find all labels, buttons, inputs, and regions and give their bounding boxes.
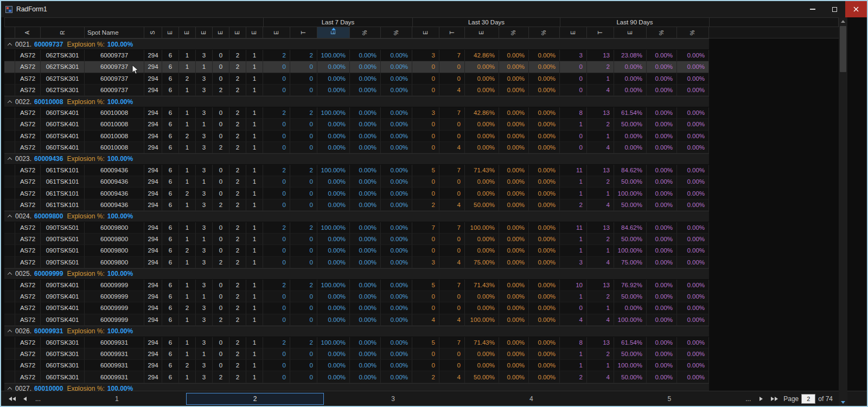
cell[interactable]: 0.00%	[677, 280, 709, 291]
cell[interactable]: 6	[162, 222, 179, 234]
cell[interactable]: 0.00%	[499, 302, 529, 314]
cell[interactable]: 0.00%	[381, 119, 412, 130]
cell[interactable]: 060TSK401	[41, 119, 85, 130]
cell[interactable]: 294	[144, 302, 162, 314]
cell[interactable]: 0	[290, 85, 317, 96]
cell[interactable]: 294	[144, 234, 162, 245]
group-expander[interactable]	[4, 387, 15, 390]
cell[interactable]: 2	[213, 371, 229, 383]
cell[interactable]: 2	[290, 107, 317, 119]
cell[interactable]: 2	[229, 337, 246, 348]
data-row[interactable]: AS72090TSK40160009999294613221000.00%0.0…	[4, 314, 709, 326]
cell[interactable]: 090TSK501	[41, 257, 85, 268]
column-header[interactable]: E	[179, 27, 196, 38]
scrollbar-track[interactable]	[839, 25, 847, 398]
cell[interactable]: 294	[144, 73, 162, 85]
cell[interactable]: 2	[587, 61, 614, 73]
cell[interactable]: 0.00%	[350, 280, 381, 291]
cell[interactable]: 061TSK101	[41, 188, 85, 199]
cell[interactable]: 294	[144, 188, 162, 199]
data-row[interactable]: AS72060TSK40160010008294613221000.00%0.0…	[4, 142, 709, 153]
data-row[interactable]: AS72060TSK3016000993129461302122100.00%0…	[4, 337, 709, 348]
cell[interactable]: 0.00%	[350, 119, 381, 130]
cell[interactable]: 0.00%	[529, 119, 560, 130]
cell[interactable]: 0.00%	[677, 371, 709, 383]
cell[interactable]: 0.00%	[381, 85, 412, 96]
cell[interactable]: 1	[560, 291, 587, 302]
cell[interactable]: 50.00%	[465, 199, 499, 211]
cell[interactable]: 0.00%	[529, 131, 560, 142]
cell[interactable]: 0.00%	[350, 50, 381, 61]
cell[interactable]: 3	[412, 50, 439, 61]
cell[interactable]: 2	[229, 176, 246, 188]
cell[interactable]: 294	[144, 119, 162, 130]
cell[interactable]: 6	[162, 280, 179, 291]
cell[interactable]: 60009436	[85, 176, 144, 188]
cell[interactable]: 0.00%	[317, 176, 350, 188]
cell[interactable]: AS72	[15, 176, 41, 188]
cell[interactable]: 75.00%	[614, 257, 647, 268]
cell[interactable]: 5	[412, 280, 439, 291]
cell[interactable]: 0.00%	[529, 222, 560, 234]
cell[interactable]: 10	[560, 280, 587, 291]
cell[interactable]: 13	[587, 337, 614, 348]
cell[interactable]: 1	[179, 165, 196, 176]
cell[interactable]: 2	[229, 85, 246, 96]
cell[interactable]: 0.00%	[317, 302, 350, 314]
cell[interactable]: 0.00%	[677, 199, 709, 211]
cell[interactable]: 0	[412, 85, 439, 96]
cell[interactable]: 8	[560, 337, 587, 348]
cell[interactable]: 0.00%	[499, 314, 529, 326]
cell[interactable]: 0.00%	[677, 131, 709, 142]
cell[interactable]: 0.00%	[350, 142, 381, 153]
cell[interactable]: AS72	[15, 73, 41, 85]
cell[interactable]: 0.00%	[381, 176, 412, 188]
cell[interactable]: 0	[213, 360, 229, 371]
cell[interactable]: 0.00%	[317, 73, 350, 85]
cell[interactable]: 1	[246, 314, 263, 326]
cell[interactable]: 0	[412, 119, 439, 130]
cell[interactable]: 0.00%	[465, 85, 499, 96]
cell[interactable]: 0.00%	[677, 314, 709, 326]
cell[interactable]: 3	[196, 142, 213, 153]
column-header[interactable]: E	[614, 27, 647, 38]
cell[interactable]: 1	[246, 142, 263, 153]
cell[interactable]: 0.00%	[317, 61, 350, 73]
data-row[interactable]: AS72062TSK30160009737294613221000.00%0.0…	[4, 85, 709, 96]
cell[interactable]: 0	[263, 61, 290, 73]
cell[interactable]: 0	[412, 302, 439, 314]
cell[interactable]: 0.00%	[350, 165, 381, 176]
cell[interactable]: 0.00%	[647, 73, 677, 85]
cell[interactable]: 1	[179, 107, 196, 119]
pager-prev-button[interactable]	[18, 393, 31, 405]
pager-first-button[interactable]	[5, 393, 18, 405]
cell[interactable]: 0.00%	[529, 199, 560, 211]
cell[interactable]: 60010008	[85, 142, 144, 153]
cell[interactable]: 0.00%	[465, 348, 499, 360]
cell[interactable]: 1	[179, 314, 196, 326]
cell[interactable]: 50.00%	[614, 371, 647, 383]
cell[interactable]: 1	[179, 280, 196, 291]
cell[interactable]: 0.00%	[381, 131, 412, 142]
cell[interactable]: 6	[162, 85, 179, 96]
cell[interactable]: 4	[587, 142, 614, 153]
cell[interactable]: 0	[213, 50, 229, 61]
column-header[interactable]: E	[246, 27, 263, 38]
cell[interactable]: 6	[162, 176, 179, 188]
cell[interactable]: 1	[246, 119, 263, 130]
pager-page-4[interactable]: 4	[462, 393, 601, 405]
cell[interactable]: 2	[412, 371, 439, 383]
cell[interactable]: 2	[229, 371, 246, 383]
cell[interactable]: 6	[162, 107, 179, 119]
cell[interactable]: 0.00%	[350, 176, 381, 188]
cell[interactable]: 294	[144, 85, 162, 96]
cell[interactable]: 2	[213, 314, 229, 326]
cell[interactable]: 0	[213, 348, 229, 360]
cell[interactable]: 0.00%	[647, 61, 677, 73]
cell[interactable]: 6	[162, 165, 179, 176]
cell[interactable]: 294	[144, 199, 162, 211]
cell[interactable]: 0.00%	[647, 360, 677, 371]
cell[interactable]: 50.00%	[614, 234, 647, 245]
cell[interactable]: 2	[587, 119, 614, 130]
cell[interactable]: 50.00%	[614, 291, 647, 302]
